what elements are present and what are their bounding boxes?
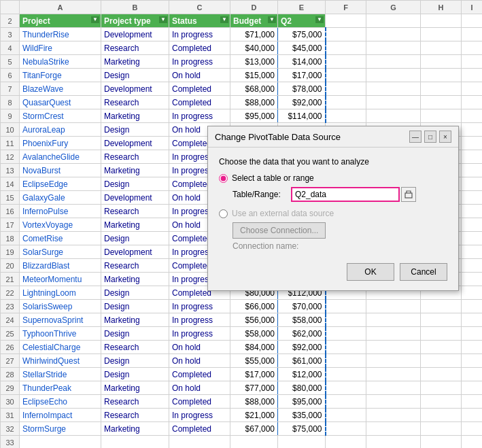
- cell-project[interactable]: NebulaStrike: [20, 55, 101, 69]
- dialog-controls: — □ ×: [409, 131, 451, 143]
- cell-budget: $21,000: [230, 409, 278, 422]
- cell-project[interactable]: SolarSurge: [20, 245, 101, 259]
- col-header-g[interactable]: G: [366, 1, 421, 14]
- header-status[interactable]: Status ▼: [169, 14, 230, 28]
- cell-project[interactable]: ThunderRise: [20, 28, 101, 41]
- radio-external-input[interactable]: [219, 209, 228, 218]
- col-header-b[interactable]: B: [101, 1, 169, 14]
- cell-status: In progress: [169, 109, 230, 123]
- cell-project[interactable]: SolarisSweep: [20, 300, 101, 313]
- cell-project[interactable]: TitanForge: [20, 69, 101, 82]
- cell-project[interactable]: TyphoonThrive: [20, 327, 101, 341]
- cell-i: [462, 259, 483, 273]
- cell-project[interactable]: StellarStride: [20, 368, 101, 381]
- filter-project-button[interactable]: ▼: [91, 16, 99, 23]
- header-budget[interactable]: Budget ▼: [230, 14, 278, 28]
- row-num: 32: [1, 422, 20, 436]
- cell-project[interactable]: StormCrest: [20, 109, 101, 123]
- cell-project[interactable]: CelestialCharge: [20, 341, 101, 354]
- cell-type: Development: [101, 245, 169, 259]
- cell-project[interactable]: AuroraLeap: [20, 123, 101, 137]
- cell-project[interactable]: LightningLoom: [20, 286, 101, 300]
- cell-q2: $62,000: [278, 327, 326, 341]
- dialog-close-button[interactable]: ×: [439, 131, 451, 143]
- cell-i: [462, 422, 483, 436]
- cell-i: [462, 218, 483, 232]
- cell-project[interactable]: AvalancheGlide: [20, 150, 101, 164]
- table-row: 8 QuasarQuest Research Completed $88,000…: [1, 96, 483, 109]
- cell-budget: $88,000: [230, 395, 278, 409]
- cell-f: [326, 14, 366, 28]
- cell-project[interactable]: VortexVoyage: [20, 218, 101, 232]
- cell-q2: $45,000: [278, 41, 326, 55]
- cell-h: [421, 14, 462, 28]
- dialog-minimize-button[interactable]: —: [409, 131, 421, 143]
- row-num: 5: [1, 55, 20, 69]
- cell-i: [462, 96, 483, 109]
- cell-h: [421, 354, 462, 368]
- ok-button[interactable]: OK: [347, 263, 394, 281]
- col-header-f[interactable]: F: [326, 1, 366, 14]
- choose-connection-button[interactable]: Choose Connection...: [233, 222, 326, 239]
- cell-q2: $80,000: [278, 381, 326, 395]
- filter-status-button[interactable]: ▼: [220, 16, 228, 23]
- cell-status: On hold: [169, 341, 230, 354]
- cell-project[interactable]: BlazeWave: [20, 82, 101, 96]
- table-range-input[interactable]: [291, 187, 400, 202]
- row-num: 25: [1, 327, 20, 341]
- cell-project[interactable]: ThunderPeak: [20, 381, 101, 395]
- cell-project[interactable]: WhirlwindQuest: [20, 354, 101, 368]
- cell-g: [366, 436, 421, 449]
- dialog-maximize-button[interactable]: □: [424, 131, 436, 143]
- table-row: 4 WildFire Research Completed $40,000 $4…: [1, 41, 483, 55]
- cell-project[interactable]: InfernoImpact: [20, 409, 101, 422]
- filter-q2-button[interactable]: ▼: [315, 16, 324, 23]
- cell-project[interactable]: MeteorMomentu: [20, 273, 101, 286]
- cell-f: [326, 422, 366, 436]
- radio-table-label[interactable]: Select a table or range: [232, 173, 314, 183]
- cell-f: [326, 41, 366, 55]
- table-range-row: Table/Range:: [219, 187, 447, 202]
- col-header-h[interactable]: H: [421, 1, 462, 14]
- header-project[interactable]: Project ▼: [20, 14, 101, 28]
- cell-project[interactable]: BlizzardBlast: [20, 259, 101, 273]
- range-select-icon: [404, 190, 413, 199]
- cell-project[interactable]: NovaBurst: [20, 164, 101, 177]
- row-num: 12: [1, 150, 20, 164]
- radio-table-input[interactable]: [219, 174, 228, 183]
- row-num: 19: [1, 245, 20, 259]
- col-header-a[interactable]: A: [20, 1, 101, 14]
- cell-project[interactable]: EclipseEcho: [20, 395, 101, 409]
- cell-i: [462, 341, 483, 354]
- header-project-type[interactable]: Project type ▼: [101, 14, 169, 28]
- header-q2[interactable]: Q2 ▼: [278, 14, 326, 28]
- row-num: 21: [1, 273, 20, 286]
- cell-type: Development: [101, 137, 169, 150]
- range-select-button[interactable]: [401, 187, 416, 202]
- cell-project[interactable]: QuasarQuest: [20, 96, 101, 109]
- cell-q2: [278, 436, 326, 449]
- table-row: 28 StellarStride Design Completed $17,00…: [1, 368, 483, 381]
- col-header-e[interactable]: E: [278, 1, 326, 14]
- filter-budget-button[interactable]: ▼: [268, 16, 276, 23]
- cell-project[interactable]: GalaxyGale: [20, 191, 101, 205]
- cell-project[interactable]: CometRise: [20, 232, 101, 245]
- cell-project[interactable]: StormSurge: [20, 422, 101, 436]
- radio-external-label[interactable]: Use an external data source: [232, 209, 334, 218]
- cell-project[interactable]: InfernoPulse: [20, 205, 101, 218]
- cell-project[interactable]: WildFire: [20, 41, 101, 55]
- cell-i: [462, 177, 483, 191]
- filter-type-button[interactable]: ▼: [159, 16, 167, 23]
- col-header-i[interactable]: I: [462, 1, 483, 14]
- cell-project[interactable]: PhoenixFury: [20, 137, 101, 150]
- cell-project[interactable]: SupernovaSprint: [20, 313, 101, 327]
- cell-g: [366, 341, 421, 354]
- cell-type: Design: [101, 286, 169, 300]
- cell-project[interactable]: EclipseEdge: [20, 177, 101, 191]
- cell-project[interactable]: [20, 436, 101, 449]
- col-header-d[interactable]: D: [230, 1, 278, 14]
- col-header-c[interactable]: C: [169, 1, 230, 14]
- cell-type: Marketing: [101, 55, 169, 69]
- cell-budget: $67,000: [230, 422, 278, 436]
- cancel-button[interactable]: Cancel: [400, 263, 447, 281]
